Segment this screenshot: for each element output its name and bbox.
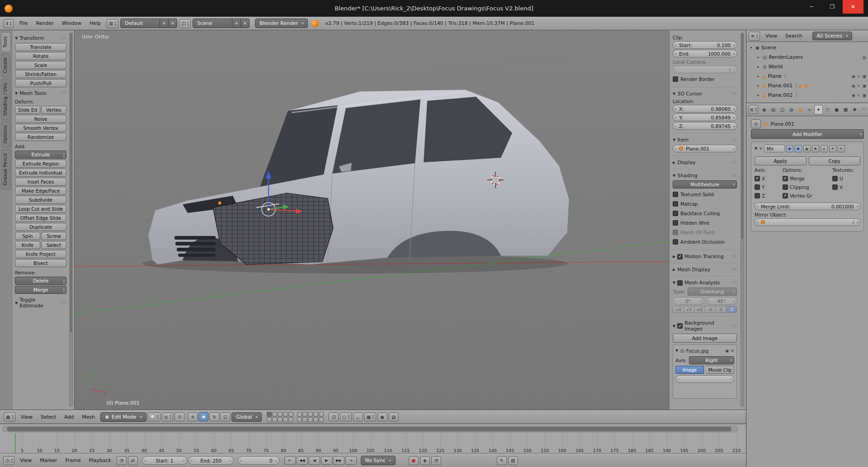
outliner-row-renderlayers[interactable]: ▸▤RenderLayers▤ xyxy=(746,52,868,62)
render-result-icon[interactable]: ▤ xyxy=(862,55,866,60)
tool-button-inset-faces[interactable]: Inset Faces xyxy=(15,178,66,186)
modifier-delete-button[interactable]: ✕ xyxy=(838,145,845,152)
layer-7[interactable] xyxy=(272,417,277,422)
checkbox-v[interactable]: V xyxy=(832,183,860,191)
manipulator-translate-button[interactable]: ✚ xyxy=(198,412,208,421)
snap-element-dropdown[interactable]: ▦▴▾ xyxy=(364,412,376,421)
tool-button-noise[interactable]: Noise xyxy=(15,115,66,123)
layer-19[interactable] xyxy=(313,417,318,422)
tool-button-knife[interactable]: Knife xyxy=(15,241,40,249)
tool-button-randomize[interactable]: Randomize xyxy=(15,133,66,141)
cursor-x-field[interactable]: X:0.98060 xyxy=(673,105,737,113)
toolshelf-tab-tools[interactable]: Tools xyxy=(1,32,11,52)
outliner-row-plane-001[interactable]: ▸▲Plane.001|▲▩◉↖▣ xyxy=(746,81,868,90)
3d-viewport-canvas[interactable]: x y User Ortho (0) Plane.001 xyxy=(75,30,669,410)
selectability-icon[interactable]: ↖ xyxy=(857,74,861,79)
car-model[interactable] xyxy=(142,90,569,274)
add-layout-button[interactable]: + xyxy=(160,19,169,28)
checkbox-depth-of-field[interactable]: Depth Of Field xyxy=(673,227,737,237)
mesh-display-panel-header[interactable]: ▶ Mesh Display ⠿⠿ xyxy=(673,267,737,273)
checkbox-y[interactable]: Y xyxy=(755,183,783,191)
mirror-object-field[interactable]: ∕ xyxy=(755,218,860,226)
screen-layout-icon-button[interactable]: ▥▴▾ xyxy=(107,19,118,28)
screen-layout-field[interactable]: Default xyxy=(120,19,160,28)
manipulator-toggle-button[interactable]: ✛ xyxy=(188,412,198,421)
renderability-icon[interactable]: ▣ xyxy=(862,74,866,79)
outliner-menu-view[interactable]: View xyxy=(761,33,781,39)
drag-dots-icon[interactable]: ⠿⠿ xyxy=(731,160,737,165)
properties-tab-modifiers[interactable]: ✦ xyxy=(814,105,823,114)
tool-button-push-pull[interactable]: Push/Pull xyxy=(15,79,66,87)
proportional-edit-dropdown[interactable]: ○▴▾ xyxy=(340,412,351,421)
properties-tab-object[interactable]: ▣ xyxy=(796,105,805,114)
tool-button-rotate[interactable]: Rotate xyxy=(15,52,66,60)
toolshelf-tab-options[interactable]: Options xyxy=(1,121,11,148)
properties-tab-physics[interactable]: ◠ xyxy=(859,105,868,114)
pivot-align-toggle[interactable]: ⊙ xyxy=(175,412,184,421)
viewport-menu-mesh[interactable]: Mesh xyxy=(78,414,99,420)
checkbox-merge[interactable]: ✓Merge xyxy=(783,174,832,183)
tool-shelf-scrollbar[interactable] xyxy=(69,33,73,407)
shading-mode-select[interactable]: Multitexture xyxy=(673,180,737,189)
tool-button-slide-ed[interactable]: Slide Ed xyxy=(15,106,40,114)
layer-20[interactable] xyxy=(319,417,324,422)
modifier-name-field[interactable]: Mir xyxy=(764,145,785,152)
frame-end-field[interactable]: End: 250 xyxy=(189,456,234,465)
keying-set-button[interactable]: ◈ xyxy=(420,456,430,465)
checkbox-backface-culling[interactable]: Backface Culling xyxy=(673,208,737,218)
cursor-y-field[interactable]: Y:0.85849 xyxy=(673,113,737,121)
pivot-point-dropdown[interactable]: ◎▴▾ xyxy=(162,412,173,421)
local-camera-field[interactable]: ∕ xyxy=(673,66,737,73)
toolshelf-tab-shading-uvs[interactable]: Shading / UVs xyxy=(1,79,11,120)
visibility-icon[interactable]: ◉ xyxy=(852,74,855,79)
checkbox-textured-solid[interactable]: Textured Solid xyxy=(673,189,737,199)
checkbox-x[interactable]: ✓X xyxy=(755,174,783,183)
layer-4[interactable] xyxy=(283,412,288,417)
item-name-field[interactable]: Plane.001 xyxy=(673,145,737,152)
properties-tab-scene[interactable]: ◫ xyxy=(778,105,787,114)
checkbox-vertex-gr[interactable]: ✓Vertex Gr xyxy=(783,191,832,200)
menu-render[interactable]: Render xyxy=(32,20,57,26)
play-button[interactable]: ▶ xyxy=(321,456,332,465)
tool-button-smooth-vertex[interactable]: Smooth Vertex xyxy=(15,124,66,132)
scene-icon-button[interactable]: ◫▴▾ xyxy=(179,19,191,28)
render-engine-select[interactable]: Blender Render xyxy=(255,19,308,28)
mesh-analysis-panel-header[interactable]: ▼ Mesh Analysis ⠿⠿ xyxy=(673,280,737,286)
editor-type-outliner-button[interactable]: ≡▴▾ xyxy=(749,32,760,41)
checkbox-matcap[interactable]: Matcap xyxy=(673,199,737,208)
close-button[interactable]: ✕ xyxy=(843,0,863,14)
interaction-mode-select[interactable]: ▣ Edit Mode xyxy=(100,412,146,422)
timeline-menu-marker[interactable]: Marker xyxy=(36,458,61,463)
tool-button-subdivide[interactable]: Subdivide xyxy=(15,196,66,204)
maximize-button[interactable]: ❐ xyxy=(822,0,843,14)
toolshelf-tab-grease-pencil[interactable]: Grease Pencil xyxy=(1,149,11,189)
layer-1[interactable] xyxy=(267,412,272,417)
display-panel-header[interactable]: ▶ Display ⠿⠿ xyxy=(673,160,737,165)
copy-button[interactable]: Copy xyxy=(809,156,861,165)
layer-11[interactable] xyxy=(297,412,302,417)
delete-scene-button[interactable]: ✕ xyxy=(241,19,250,28)
tool-button-scale[interactable]: Scale xyxy=(15,61,66,69)
opengl-render-anim-button[interactable]: ▤ xyxy=(389,412,399,421)
outliner-menu-search[interactable]: Search xyxy=(781,33,807,39)
motion-tracking-panel-header[interactable]: ▶ ✓ Motion Tracking ⠿⠿ xyxy=(673,254,737,259)
axis-button-z[interactable]: -Z xyxy=(726,306,737,313)
lock-time-button[interactable]: ⇄ xyxy=(128,456,138,465)
layer-8[interactable] xyxy=(278,417,283,422)
checkbox-box[interactable] xyxy=(677,280,683,286)
visibility-icon[interactable]: ◉ xyxy=(726,349,729,353)
autokey-mode-dropdown[interactable]: ◔ xyxy=(431,456,441,465)
tool-button-vertex[interactable]: Vertex xyxy=(41,106,66,114)
checkbox-u[interactable]: U xyxy=(832,174,860,183)
checkbox-ambient-occlusion[interactable]: Ambient Occlusion xyxy=(673,237,737,246)
panel-open-icon[interactable]: ▼ xyxy=(675,349,678,353)
current-frame-indicator[interactable] xyxy=(15,434,16,453)
axis-button-x[interactable]: -X xyxy=(705,306,716,313)
tool-button-select[interactable]: Select xyxy=(41,241,66,249)
tool-button-extrude-individual[interactable]: Extrude Individual xyxy=(15,169,66,177)
play-reverse-button[interactable]: ◀ xyxy=(309,456,320,465)
frame-start-field[interactable]: Start: 1 xyxy=(142,456,187,465)
drag-dots-icon[interactable]: ⠿⠿ xyxy=(731,255,737,259)
selectability-icon[interactable]: ↖ xyxy=(857,93,861,98)
tool-button-spin[interactable]: Spin xyxy=(15,232,40,240)
